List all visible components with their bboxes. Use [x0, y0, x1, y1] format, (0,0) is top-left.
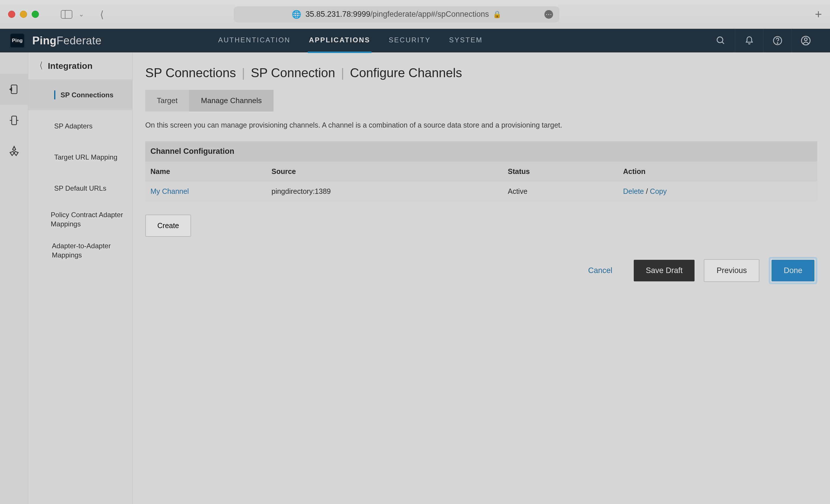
globe-icon: 🌐	[292, 10, 301, 19]
col-name: Name	[145, 162, 266, 181]
save-draft-button[interactable]: Save Draft	[634, 260, 695, 281]
brand-logo: Ping	[10, 34, 24, 47]
page-description: On this screen you can manage provisioni…	[145, 120, 817, 130]
brand-name: PingFederate	[32, 35, 101, 47]
app-header: Ping PingFederate AUTHENTICATION APPLICA…	[0, 29, 830, 53]
sidebar-item-sp-adapters[interactable]: SP Adapters	[28, 110, 132, 141]
sidebar-title: Integration	[48, 61, 93, 71]
sidebar-toggle-icon[interactable]	[61, 10, 72, 19]
channel-status: Active	[503, 181, 618, 201]
sidebar-item-adapter-to-adapter-mappings[interactable]: Adapter-to-Adapter Mappings	[28, 235, 132, 266]
new-tab-button[interactable]: +	[815, 7, 822, 21]
url-path: /pingfederate/app#/spConnections	[370, 10, 489, 19]
search-icon[interactable]	[707, 29, 735, 53]
tab-target[interactable]: Target	[145, 90, 189, 111]
breadcrumb-level-1[interactable]: SP Connection	[251, 66, 335, 80]
sidebar-item-label: Target URL Mapping	[54, 153, 117, 162]
chevron-left-icon: 〈	[37, 60, 43, 72]
sidebar-back-button[interactable]: 〈 Integration	[28, 53, 132, 79]
svg-point-3	[777, 43, 777, 43]
footer-buttons: Cancel Save Draft Previous Done	[145, 257, 817, 284]
bell-icon[interactable]	[735, 29, 763, 53]
nav-authentication[interactable]: AUTHENTICATION	[217, 29, 292, 53]
breadcrumb: SP Connections | SP Connection | Configu…	[145, 66, 817, 80]
icon-rail	[0, 53, 28, 504]
nav-security[interactable]: SECURITY	[388, 29, 432, 53]
tab-manage-channels[interactable]: Manage Channels	[189, 90, 274, 111]
rail-sp-connections-icon[interactable]	[0, 74, 28, 105]
action-sep: /	[644, 187, 650, 195]
help-icon[interactable]	[763, 29, 791, 53]
col-action: Action	[618, 162, 817, 181]
sidebar-item-label: Adapter-to-Adapter Mappings	[52, 241, 125, 259]
rail-target-url-icon[interactable]	[0, 136, 28, 167]
chevron-down-icon[interactable]: ⌄	[79, 11, 84, 18]
sidebar-item-sp-connections[interactable]: SP Connections	[28, 79, 132, 110]
address-bar[interactable]: 🌐 35.85.231.78:9999/pingfederate/app#/sp…	[234, 6, 560, 23]
sidebar-item-label: SP Connections	[54, 91, 114, 99]
breadcrumb-level-0[interactable]: SP Connections	[145, 66, 236, 80]
delete-link[interactable]: Delete	[623, 187, 644, 195]
minimize-window-button[interactable]	[20, 11, 27, 18]
top-nav: AUTHENTICATION APPLICATIONS SECURITY SYS…	[217, 29, 484, 53]
previous-button[interactable]: Previous	[704, 259, 759, 282]
breadcrumb-sep: |	[242, 66, 245, 80]
zoom-window-button[interactable]	[32, 11, 39, 18]
nav-applications[interactable]: APPLICATIONS	[308, 29, 372, 53]
table-section-title: Channel Configuration	[145, 141, 817, 162]
sidebar: 〈 Integration SP Connections SP Adapters…	[28, 53, 133, 504]
svg-point-5	[804, 38, 807, 41]
sidebar-item-sp-default-urls[interactable]: SP Default URLs	[28, 172, 132, 204]
table-row: My Channel pingdirectory:1389 Active Del…	[145, 181, 817, 201]
header-icons	[707, 29, 820, 53]
col-source: Source	[266, 162, 503, 181]
back-button-icon[interactable]: ⟨	[100, 9, 104, 20]
channel-name-link[interactable]: My Channel	[151, 187, 189, 195]
breadcrumb-sep: |	[341, 66, 344, 80]
cancel-button[interactable]: Cancel	[576, 260, 625, 281]
browser-titlebar: ⌄ ⟨ 🌐 35.85.231.78:9999/pingfederate/app…	[0, 0, 830, 29]
create-button[interactable]: Create	[145, 214, 191, 237]
window-controls	[8, 11, 39, 18]
done-button[interactable]: Done	[771, 260, 815, 281]
svg-line-1	[722, 42, 724, 44]
sidebar-item-policy-contract-adapter-mappings[interactable]: Policy Contract Adapter Mappings	[28, 204, 132, 235]
close-window-button[interactable]	[8, 11, 15, 18]
svg-rect-7	[11, 116, 17, 125]
rail-sp-adapters-icon[interactable]	[0, 105, 28, 136]
workspace: 〈 Integration SP Connections SP Adapters…	[0, 53, 830, 504]
sidebar-item-label: SP Adapters	[54, 122, 93, 131]
tab-bar: Target Manage Channels	[145, 90, 817, 111]
sidebar-item-label: Policy Contract Adapter Mappings	[51, 210, 125, 228]
col-status: Status	[503, 162, 618, 181]
sidebar-item-target-url-mapping[interactable]: Target URL Mapping	[28, 141, 132, 172]
breadcrumb-level-2: Configure Channels	[350, 66, 462, 80]
copy-link[interactable]: Copy	[650, 187, 667, 195]
url-host: 35.85.231.78:9999	[306, 10, 370, 19]
sidebar-item-label: SP Default URLs	[54, 184, 106, 193]
url-more-icon[interactable]: ⋯	[544, 10, 553, 19]
main-content: SP Connections | SP Connection | Configu…	[133, 53, 830, 504]
svg-point-0	[717, 37, 723, 43]
channel-config-table: Channel Configuration Name Source Status…	[145, 141, 817, 201]
user-icon[interactable]	[791, 29, 820, 53]
channel-source: pingdirectory:1389	[266, 181, 503, 201]
nav-system[interactable]: SYSTEM	[448, 29, 484, 53]
lock-icon: 🔒	[493, 10, 502, 19]
done-highlight-ring: Done	[769, 257, 817, 284]
